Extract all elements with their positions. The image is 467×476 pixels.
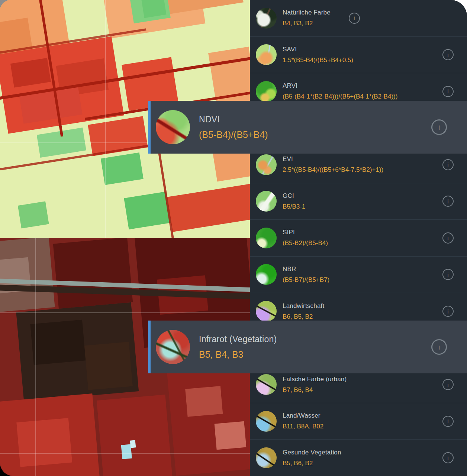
layer-thumbnail-land-water bbox=[256, 411, 277, 432]
layer-bands: B7, B6, B4 bbox=[283, 386, 347, 394]
layer-title: SIPI bbox=[283, 229, 328, 236]
visualization-picker-card: Natürliche Farbe B4, B3, B2 i SAVI 1.5*(… bbox=[0, 0, 467, 476]
layer-title: SAVI bbox=[283, 46, 353, 53]
selected-layer-title: NDVI bbox=[199, 115, 268, 125]
selected-layer-bands: B5, B4, B3 bbox=[199, 349, 277, 360]
layer-item-gci[interactable]: GCI B5/B3-1 i bbox=[250, 183, 467, 220]
layer-formula: 2.5*((B5-B4)/((B5+6*B4-7.5*B2)+1)) bbox=[283, 166, 383, 174]
layer-formula: (B5-B2)/(B5-B4) bbox=[283, 239, 328, 247]
layer-item-sipi[interactable]: SIPI (B5-B2)/(B5-B4) i bbox=[250, 219, 467, 256]
info-icon[interactable]: i bbox=[442, 196, 454, 207]
layer-thumbnail-natural-color bbox=[256, 8, 277, 29]
layer-bands: B5, B6, B2 bbox=[283, 460, 341, 467]
layer-title: Natürliche Farbe bbox=[283, 9, 331, 16]
layer-item-gesunde-vegetation[interactable]: Gesunde Vegetation B5, B6, B2 i bbox=[250, 439, 467, 476]
layer-thumbnail-infrared-vegetation bbox=[156, 330, 190, 364]
info-icon[interactable]: i bbox=[442, 306, 454, 317]
layer-bands: B6, B5, B2 bbox=[283, 313, 324, 321]
layer-title: Landwirtschaft bbox=[283, 302, 324, 310]
info-icon[interactable]: i bbox=[431, 339, 447, 355]
layer-list-panel: Natürliche Farbe B4, B3, B2 i SAVI 1.5*(… bbox=[250, 0, 467, 476]
map-preview-column bbox=[0, 0, 250, 476]
layer-item-land-wasser[interactable]: Land/Wasser B11, B8A, B02 i bbox=[250, 403, 467, 440]
graticule-line bbox=[0, 453, 250, 454]
layer-formula: 1.5*(B5-B4)/(B5+B4+0.5) bbox=[283, 57, 353, 64]
info-icon[interactable]: i bbox=[349, 13, 360, 24]
info-icon[interactable]: i bbox=[442, 49, 454, 60]
layer-item-savi[interactable]: SAVI 1.5*(B5-B4)/(B5+B4+0.5) i bbox=[250, 36, 467, 73]
selected-layer-ndvi[interactable]: NDVI (B5-B4)/(B5+B4) i bbox=[148, 101, 467, 154]
layer-item-natuerliche-farbe[interactable]: Natürliche Farbe B4, B3, B2 i bbox=[250, 0, 467, 36]
info-icon[interactable]: i bbox=[442, 159, 454, 170]
selected-layer-title: Infrarot (Vegetation) bbox=[199, 334, 277, 344]
selected-layer-formula: (B5-B4)/(B5+B4) bbox=[199, 129, 268, 140]
graticule-line bbox=[35, 238, 36, 476]
layer-thumbnail-nbr bbox=[256, 264, 277, 285]
layer-title: Land/Wasser bbox=[283, 412, 323, 419]
layer-bands: B11, B8A, B02 bbox=[283, 423, 323, 430]
layer-formula: (B5-B7)/(B5+B7) bbox=[283, 276, 329, 284]
layer-formula: B5/B3-1 bbox=[283, 203, 305, 210]
layer-title: Gesunde Vegetation bbox=[283, 449, 341, 456]
layer-title: Falsche Farbe (urban) bbox=[283, 376, 347, 383]
selected-layer-infrarot-vegetation[interactable]: Infrarot (Vegetation) B5, B4, B3 i bbox=[148, 321, 467, 373]
layer-bands: B4, B3, B2 bbox=[283, 20, 331, 27]
info-icon[interactable]: i bbox=[442, 86, 454, 97]
layer-thumbnail-healthy-vegetation bbox=[256, 447, 277, 468]
screen: Natürliche Farbe B4, B3, B2 i SAVI 1.5*(… bbox=[0, 0, 467, 476]
layer-title: EVI bbox=[283, 155, 383, 163]
layer-thumbnail-agriculture bbox=[256, 301, 277, 322]
info-icon[interactable]: i bbox=[442, 452, 454, 463]
layer-thumbnail-arvi bbox=[256, 81, 277, 102]
layer-item-nbr[interactable]: NBR (B5-B7)/(B5+B7) i bbox=[250, 256, 467, 293]
layer-thumbnail-savi bbox=[256, 44, 277, 65]
info-icon[interactable]: i bbox=[442, 269, 454, 280]
layer-thumbnail-ndvi bbox=[156, 110, 190, 144]
layer-formula: (B5-(B4-1*(B2-B4)))/(B5+(B4-1*(B2-B4))) bbox=[283, 93, 397, 100]
graticule-line bbox=[105, 0, 106, 238]
info-icon[interactable]: i bbox=[442, 416, 454, 427]
info-icon[interactable]: i bbox=[431, 119, 447, 135]
layer-title: GCI bbox=[283, 192, 305, 200]
info-icon[interactable]: i bbox=[442, 232, 454, 244]
layer-title: ARVI bbox=[283, 82, 397, 90]
layer-thumbnail-evi bbox=[256, 154, 277, 175]
layer-title: NBR bbox=[283, 266, 329, 273]
layer-thumbnail-gci bbox=[256, 191, 277, 212]
layer-thumbnail-sipi bbox=[256, 228, 277, 248]
layer-thumbnail-false-color-urban bbox=[256, 374, 277, 395]
graticule-line bbox=[0, 312, 250, 313]
info-icon[interactable]: i bbox=[442, 379, 454, 390]
